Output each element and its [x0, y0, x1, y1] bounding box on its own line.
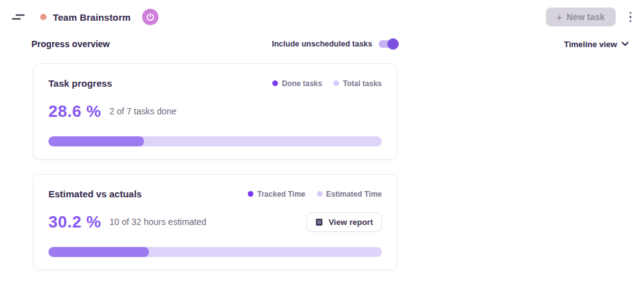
card-title: Estimated vs actuals — [48, 189, 142, 199]
project-color-dot — [40, 14, 47, 20]
time-progress-bar-track — [48, 247, 382, 257]
legend: Tracked Time Estimated Time — [248, 190, 382, 199]
task-progress-bar-fill — [48, 136, 144, 146]
task-progress-card: Task progress Done tasks Total tasks 28.… — [33, 63, 397, 160]
new-task-button[interactable]: + New task — [546, 8, 615, 26]
legend-item-estimated-time: Estimated Time — [317, 190, 382, 199]
legend-item-done-tasks: Done tasks — [272, 79, 322, 88]
automation-power-button[interactable] — [142, 9, 158, 25]
estimated-time-dot — [317, 191, 323, 197]
tracked-time-dot — [248, 191, 253, 197]
unscheduled-toggle-group: Include unscheduled tasks — [272, 40, 397, 48]
task-progress-bar-track — [48, 136, 382, 146]
legend-label: Done tasks — [282, 79, 322, 88]
unscheduled-toggle-label: Include unscheduled tasks — [272, 40, 372, 48]
legend: Done tasks Total tasks — [272, 79, 382, 88]
legend-item-tracked-time: Tracked Time — [248, 190, 306, 199]
top-bar: Team Brainstorm + New task — [0, 0, 644, 28]
section-title: Progress overview — [31, 39, 110, 49]
card-header: Task progress Done tasks Total tasks — [48, 78, 382, 89]
stat-row: 30.2 % 10 of 32 hours estimated View rep… — [48, 212, 382, 232]
progress-overview-content: Task progress Done tasks Total tasks 28.… — [0, 63, 644, 270]
legend-label: Total tasks — [343, 79, 382, 88]
total-tasks-dot — [333, 80, 339, 86]
toggle-thumb — [387, 38, 399, 50]
controls-row: Progress overview Include unscheduled ta… — [0, 35, 644, 53]
task-progress-percent: 28.6 % — [48, 102, 101, 121]
controls-left: Progress overview Include unscheduled ta… — [31, 39, 397, 49]
task-progress-subtitle: 2 of 7 tasks done — [109, 106, 177, 116]
done-tasks-dot — [272, 80, 278, 86]
card-header: Estimated vs actuals Tracked Time Estima… — [48, 189, 382, 199]
power-icon — [146, 13, 155, 21]
sidebar-toggle-icon[interactable] — [11, 11, 25, 23]
page-title: Team Brainstorm — [53, 12, 131, 23]
card-title: Task progress — [48, 78, 112, 89]
legend-item-total-tasks: Total tasks — [333, 79, 382, 88]
estimated-vs-actuals-card: Estimated vs actuals Tracked Time Estima… — [33, 174, 397, 270]
new-task-label: New task — [567, 12, 605, 22]
view-report-label: View report — [328, 217, 373, 227]
legend-label: Tracked Time — [257, 190, 306, 199]
view-selector-dropdown[interactable]: Timeline view — [564, 40, 629, 49]
more-options-kebab-icon[interactable] — [627, 9, 635, 25]
time-progress-percent: 30.2 % — [48, 212, 101, 232]
view-selector-label: Timeline view — [564, 40, 617, 49]
plus-icon: + — [557, 13, 562, 22]
view-report-button[interactable]: View report — [306, 212, 382, 232]
time-progress-bar-fill — [48, 247, 149, 257]
time-progress-subtitle: 10 of 32 hours estimated — [109, 217, 206, 227]
include-unscheduled-toggle[interactable] — [379, 40, 397, 48]
report-icon — [315, 218, 323, 226]
chevron-down-icon — [621, 41, 629, 47]
legend-label: Estimated Time — [326, 190, 382, 199]
stat-row: 28.6 % 2 of 7 tasks done — [48, 101, 382, 121]
